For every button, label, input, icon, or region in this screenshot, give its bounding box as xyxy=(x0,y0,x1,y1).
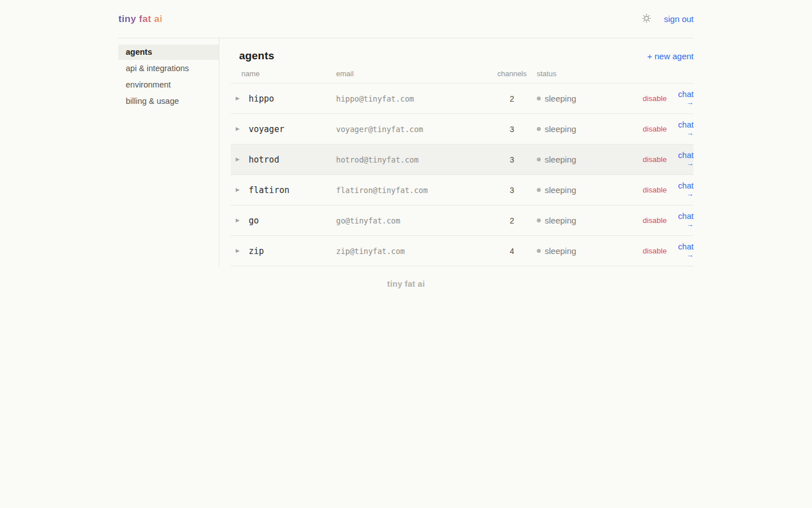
agent-email: go@tinyfat.com xyxy=(336,216,496,225)
expand-row-icon[interactable]: ▶ xyxy=(231,157,249,162)
agent-email: hotrod@tinyfat.com xyxy=(336,155,496,164)
agent-channels: 4 xyxy=(496,247,528,256)
expand-row-icon[interactable]: ▶ xyxy=(231,218,249,223)
status-dot-icon xyxy=(537,127,541,131)
chat-link-label: chat xyxy=(678,181,694,191)
chat-link[interactable]: chat → xyxy=(678,181,694,199)
agent-status: sleeping xyxy=(528,246,601,256)
row-actions: disable chat → xyxy=(601,242,694,260)
expand-row-icon[interactable]: ▶ xyxy=(231,187,249,192)
agent-channels: 3 xyxy=(496,155,528,164)
chat-link-label: chat xyxy=(678,242,694,252)
table-row[interactable]: ▶ hotrod hotrod@tinyfat.com 3 sleeping d… xyxy=(231,144,694,175)
chat-link[interactable]: chat → xyxy=(678,90,694,108)
status-text: sleeping xyxy=(545,124,576,134)
agent-name: flatiron xyxy=(249,185,336,195)
agent-channels: 3 xyxy=(496,186,528,195)
arrow-right-icon: → xyxy=(686,251,694,260)
main-header: agents + new agent xyxy=(231,38,694,62)
status-text: sleeping xyxy=(545,155,576,164)
chat-link[interactable]: chat → xyxy=(678,151,694,169)
row-actions: disable chat → xyxy=(601,90,694,108)
agents-table: name email channels status ▶ hippo hippo… xyxy=(231,69,694,266)
column-header-channels: channels xyxy=(496,69,528,78)
table-header: name email channels status xyxy=(231,69,694,84)
sign-out-link[interactable]: sign out xyxy=(664,14,694,24)
table-row[interactable]: ▶ flatiron flatiron@tinyfat.com 3 sleepi… xyxy=(231,175,694,205)
chat-link-label: chat xyxy=(678,120,694,130)
sidebar-item-api-integrations[interactable]: api & integrations xyxy=(118,61,219,76)
agent-status: sleeping xyxy=(528,94,601,103)
top-bar: tiny fat ai sign o xyxy=(118,0,694,38)
arrow-right-icon: → xyxy=(686,99,694,107)
sun-icon xyxy=(642,14,651,25)
status-text: sleeping xyxy=(545,216,576,225)
column-header-status: status xyxy=(528,69,601,78)
sidebar-item-billing-usage[interactable]: billing & usage xyxy=(118,94,219,109)
agent-channels: 2 xyxy=(496,94,528,103)
chat-link[interactable]: chat → xyxy=(678,242,694,260)
agent-status: sleeping xyxy=(528,185,601,195)
chat-link-label: chat xyxy=(678,90,694,99)
disable-agent-link[interactable]: disable xyxy=(643,155,667,164)
agent-name: hotrod xyxy=(249,155,336,165)
status-dot-icon xyxy=(537,97,541,100)
column-header-name: name xyxy=(241,69,336,78)
disable-agent-link[interactable]: disable xyxy=(643,125,667,133)
agent-status: sleeping xyxy=(528,216,601,225)
theme-toggle-button[interactable] xyxy=(641,12,652,26)
table-row[interactable]: ▶ voyager voyager@tinyfat.com 3 sleeping… xyxy=(231,114,694,144)
agent-status: sleeping xyxy=(528,155,601,164)
table-row[interactable]: ▶ zip zip@tinyfat.com 4 sleeping disable… xyxy=(231,236,694,266)
agent-email: zip@tinyfat.com xyxy=(336,247,496,256)
disable-agent-link[interactable]: disable xyxy=(643,186,667,194)
agent-email: flatiron@tinyfat.com xyxy=(336,186,496,195)
status-dot-icon xyxy=(537,157,541,161)
new-agent-button[interactable]: + new agent xyxy=(647,51,694,61)
chat-link[interactable]: chat → xyxy=(678,212,694,230)
column-header-email: email xyxy=(336,69,496,78)
status-dot-icon xyxy=(537,188,541,192)
brand-logo: tiny fat ai xyxy=(118,14,162,25)
expand-row-icon[interactable]: ▶ xyxy=(231,248,249,253)
chat-link[interactable]: chat → xyxy=(678,120,694,138)
status-dot-icon xyxy=(537,249,541,253)
arrow-right-icon: → xyxy=(686,160,694,168)
agent-name: zip xyxy=(249,246,336,256)
agent-name: hippo xyxy=(249,94,336,104)
main-panel: agents + new agent name email channels s… xyxy=(219,38,694,266)
agent-email: voyager@tinyfat.com xyxy=(336,125,496,134)
disable-agent-link[interactable]: disable xyxy=(643,216,667,225)
row-actions: disable chat → xyxy=(601,120,694,138)
arrow-right-icon: → xyxy=(686,129,694,138)
disable-agent-link[interactable]: disable xyxy=(643,247,667,255)
footer-brand: tiny fat ai xyxy=(118,266,694,301)
content-area: agents api & integrations environment bi… xyxy=(118,38,694,266)
sidebar-item-environment[interactable]: environment xyxy=(118,77,219,93)
header-actions: sign out xyxy=(641,12,694,26)
agent-channels: 3 xyxy=(496,125,528,134)
sidebar-item-agents[interactable]: agents xyxy=(118,45,219,60)
table-row[interactable]: ▶ go go@tinyfat.com 2 sleeping disable c… xyxy=(231,205,694,236)
status-dot-icon xyxy=(537,218,541,222)
sidebar: agents api & integrations environment bi… xyxy=(118,38,219,266)
chat-link-label: chat xyxy=(678,151,694,160)
agent-status: sleeping xyxy=(528,124,601,134)
row-actions: disable chat → xyxy=(601,181,694,199)
arrow-right-icon: → xyxy=(686,221,694,229)
chat-link-label: chat xyxy=(678,212,694,221)
page: tiny fat ai sign o xyxy=(118,0,694,301)
row-actions: disable chat → xyxy=(601,212,694,230)
status-text: sleeping xyxy=(545,94,576,103)
agent-name: voyager xyxy=(249,124,336,134)
status-text: sleeping xyxy=(545,246,576,256)
expand-row-icon[interactable]: ▶ xyxy=(231,96,249,101)
disable-agent-link[interactable]: disable xyxy=(643,94,667,103)
table-row[interactable]: ▶ hippo hippo@tinyfat.com 2 sleeping dis… xyxy=(231,84,694,114)
agent-channels: 2 xyxy=(496,216,528,225)
agent-email: hippo@tinyfat.com xyxy=(336,94,496,103)
status-text: sleeping xyxy=(545,185,576,195)
page-title: agents xyxy=(239,50,274,62)
expand-row-icon[interactable]: ▶ xyxy=(231,126,249,132)
agent-name: go xyxy=(249,216,336,226)
